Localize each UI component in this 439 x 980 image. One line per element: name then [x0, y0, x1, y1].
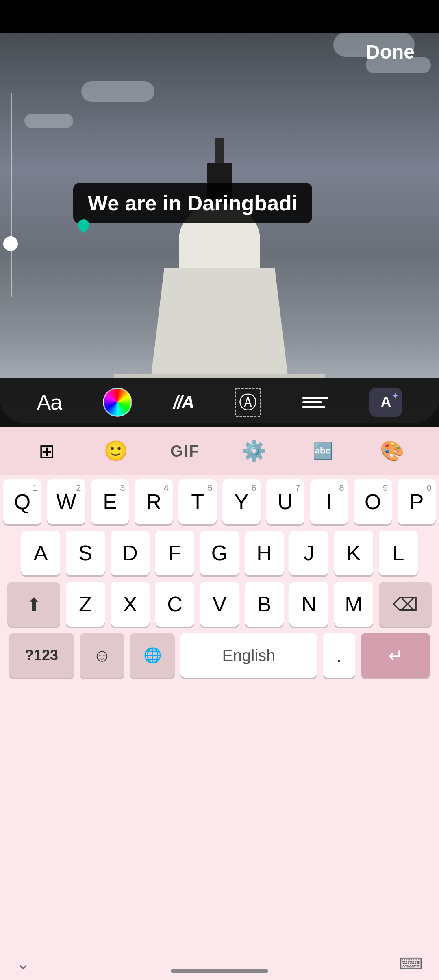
settings-button[interactable]: ⚙️ — [238, 435, 270, 467]
key-y-num: 6 — [252, 483, 256, 493]
spacebar[interactable]: English — [180, 633, 317, 678]
key-g-label: G — [211, 542, 228, 564]
align-icon — [302, 397, 328, 408]
key-x[interactable]: X — [111, 582, 150, 627]
key-d[interactable]: D — [111, 531, 150, 575]
key-q-label: Q — [14, 491, 30, 512]
key-w-num: 2 — [76, 483, 81, 493]
key-m-label: M — [345, 594, 362, 615]
key-p[interactable]: 0 P — [398, 479, 436, 524]
key-c-label: C — [167, 594, 183, 615]
key-z[interactable]: Z — [66, 582, 105, 627]
key-h-label: H — [256, 542, 272, 564]
key-b-label: B — [257, 594, 272, 615]
text-background-button[interactable]: Ⓐ — [235, 388, 261, 417]
gif-label: GIF — [170, 442, 200, 460]
period-key[interactable]: . — [323, 633, 355, 678]
font-aa-label: Aa — [37, 390, 62, 414]
keyboard-dismiss-icon[interactable]: ⌨ — [399, 954, 423, 973]
key-r[interactable]: 4 R — [135, 479, 173, 524]
backspace-key[interactable]: ⌫ — [379, 582, 432, 627]
translate-button[interactable]: 🔤 — [307, 435, 339, 467]
language-key[interactable]: 🌐 — [130, 633, 175, 678]
done-button[interactable]: Done — [366, 41, 415, 63]
key-a[interactable]: A — [21, 531, 60, 575]
key-y-label: Y — [235, 491, 249, 512]
key-x-label: X — [123, 594, 137, 615]
cloud-4 — [24, 114, 73, 128]
chevron-down-icon[interactable]: ⌄ — [16, 954, 30, 973]
key-n[interactable]: N — [289, 582, 328, 627]
key-p-num: 0 — [427, 483, 432, 493]
key-p-label: P — [410, 491, 424, 512]
key-v-label: V — [213, 594, 227, 615]
key-c[interactable]: C — [155, 582, 194, 627]
font-size-button[interactable]: Aa — [37, 390, 62, 414]
key-t-num: 5 — [208, 483, 213, 493]
key-h[interactable]: H — [245, 531, 284, 575]
gif-button[interactable]: GIF — [169, 435, 201, 467]
key-r-num: 4 — [164, 483, 169, 493]
key-v[interactable]: V — [200, 582, 239, 627]
shift-key[interactable]: ⬆ — [7, 582, 60, 627]
key-t[interactable]: 5 T — [178, 479, 217, 524]
key-s[interactable]: S — [66, 531, 105, 575]
key-o-num: 9 — [383, 483, 388, 493]
key-i-num: 8 — [339, 483, 344, 493]
key-w[interactable]: 2 W — [47, 479, 85, 524]
ai-icon-label: A — [380, 394, 391, 411]
key-l[interactable]: L — [379, 531, 418, 575]
period-label: . — [336, 644, 341, 667]
language-icon: 🌐 — [143, 647, 162, 664]
key-l-label: L — [393, 542, 404, 564]
key-a-label: A — [34, 542, 48, 564]
sticker-button[interactable]: 🙂 — [100, 435, 132, 467]
settings-icon: ⚙️ — [242, 440, 266, 462]
translate-icon: 🔤 — [313, 442, 333, 461]
palette-icon: 🎨 — [380, 440, 404, 462]
keyboard-keys: 1 Q 2 W 3 E 4 R 5 T 6 Y — [0, 475, 439, 678]
shift-icon: ⬆ — [26, 594, 41, 615]
status-bar — [0, 0, 439, 33]
key-k[interactable]: K — [334, 531, 373, 575]
key-b[interactable]: B — [245, 582, 284, 627]
color-wheel-button[interactable] — [103, 388, 132, 417]
emoji-key[interactable]: ☺ — [80, 633, 124, 678]
key-y[interactable]: 6 Y — [222, 479, 261, 524]
key-j[interactable]: J — [289, 531, 328, 575]
return-key[interactable]: ↵ — [361, 633, 430, 678]
color-picker-indicator — [76, 219, 91, 234]
key-k-label: K — [347, 542, 361, 564]
bottom-row: ?123 ☺ 🌐 English . ↵ — [3, 633, 436, 678]
font-style-icon: //A — [173, 392, 193, 412]
vertical-slider-line — [11, 93, 12, 297]
key-u[interactable]: 7 U — [266, 479, 304, 524]
key-m[interactable]: M — [334, 582, 373, 627]
key-o-label: O — [365, 491, 381, 512]
key-row-1: 1 Q 2 W 3 E 4 R 5 T 6 Y — [3, 479, 436, 524]
text-overlay[interactable]: We are in Daringbadi — [73, 183, 312, 223]
key-row-2: A S D F G H J K L — [3, 531, 436, 575]
keyboard: ⊞ 🙂 GIF ⚙️ 🔤 🎨 1 Q 2 W — [0, 427, 439, 980]
key-t-label: T — [191, 491, 204, 512]
key-n-label: N — [301, 594, 317, 615]
key-s-label: S — [78, 542, 93, 564]
key-e[interactable]: 3 E — [91, 479, 129, 524]
text-bg-icon: Ⓐ — [235, 388, 261, 417]
ai-text-button[interactable]: A — [369, 388, 402, 417]
key-q[interactable]: 1 Q — [3, 479, 41, 524]
key-f[interactable]: F — [155, 531, 194, 575]
home-indicator — [171, 969, 268, 973]
bottom-gesture-bar: ⌄ ⌨ — [0, 947, 439, 980]
key-o[interactable]: 9 O — [354, 479, 392, 524]
text-align-button[interactable] — [302, 397, 328, 408]
key-i[interactable]: 8 I — [310, 479, 348, 524]
slider-handle[interactable] — [3, 236, 18, 251]
key-g[interactable]: G — [200, 531, 239, 575]
palette-button[interactable]: 🎨 — [376, 435, 409, 467]
numbers-key[interactable]: ?123 — [9, 633, 74, 678]
numbers-label: ?123 — [25, 647, 58, 664]
key-f-label: F — [168, 542, 181, 564]
apps-icon-button[interactable]: ⊞ — [30, 435, 63, 467]
font-style-button[interactable]: //A — [173, 392, 193, 412]
